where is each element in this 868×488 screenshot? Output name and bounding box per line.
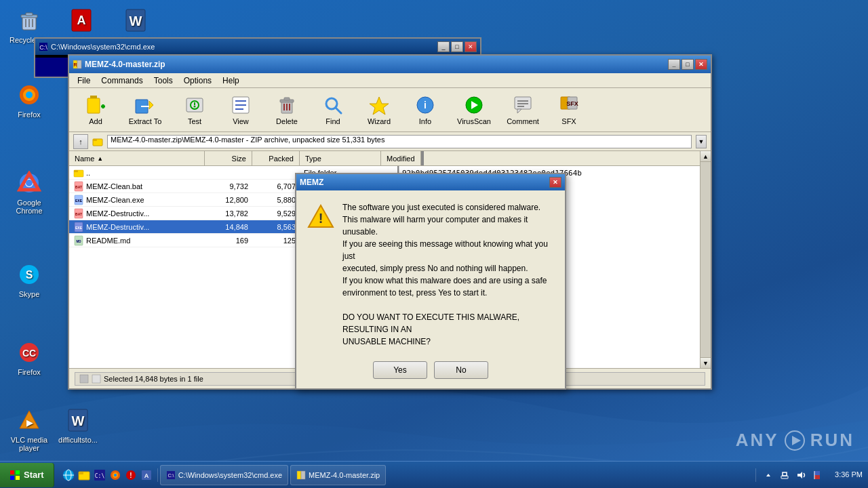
quicklaunch-cmd[interactable]: C:\ [93,468,106,482]
svg-rect-108 [783,472,787,476]
bat-file-icon2: BAT [73,208,84,219]
memz-dialog: MEMZ ✕ ! The software you just executed … [295,173,566,390]
tray-flag[interactable] [810,468,824,482]
wizard-icon [367,94,391,116]
nav-up-button[interactable]: ↑ [73,134,88,149]
toolbar-find-label: Find [326,117,340,125]
svg-rect-111 [814,471,820,475]
anyrun-watermark: ANY RUN [736,430,854,451]
svg-text:SFX: SFX [566,100,578,107]
taskbar-cmd-label: C:\Windows\system32\cmd.exe [178,471,282,479]
quicklaunch-app[interactable]: A [140,468,153,482]
taskbar-clock[interactable]: 3:36 PM [829,470,868,480]
sfx-icon: SFX [557,94,581,116]
quicklaunch-ie[interactable] [62,468,75,482]
memz-titlebar[interactable]: MEMZ ✕ [296,174,565,190]
toolbar-find-button[interactable]: Find [312,91,354,129]
taskbar-item-winrar[interactable]: MEMZ-4.0-master.zip [290,465,386,485]
svg-marker-34 [149,101,153,109]
start-button[interactable]: Start [0,463,54,487]
svg-text:C:\: C:\ [94,473,104,479]
desktop-icon-ccleaner[interactable]: CC Firefox [5,339,53,376]
svg-rect-57 [515,97,531,109]
scroll-up-button[interactable]: ▲ [701,151,711,162]
toolbar-add-button[interactable]: Add [75,91,117,129]
desktop-icon-vlc[interactable]: ▶ VLC media player [5,407,53,452]
scroll-down-button[interactable]: ▼ [701,357,711,368]
menu-options[interactable]: Options [178,75,217,87]
start-icon [9,470,20,481]
desktop-icon-difficultstone[interactable]: W difficultsto... [54,407,102,444]
toolbar-delete-label: Delete [276,117,298,125]
tray-volume[interactable] [794,468,808,482]
desktop-icon-label: Google Chrome [5,199,53,215]
quicklaunch-security[interactable]: ! [124,468,138,482]
add-icon [83,94,108,116]
svg-text:W: W [130,14,142,28]
toolbar-extract-button[interactable]: Extract To [121,91,170,129]
toolbar-wizard-button[interactable]: Wizard [358,91,400,129]
toolbar-delete-button[interactable]: Delete [266,91,308,129]
svg-text:!: ! [319,211,323,226]
toolbar-sfx-button[interactable]: SFX SFX [548,91,590,129]
md-file-icon: MD [73,235,84,246]
toolbar-info-button[interactable]: i Info [404,91,446,129]
cmd-maximize-button[interactable]: □ [451,41,463,52]
tray-network[interactable] [778,468,791,482]
winrar-titlebar[interactable]: R MEMZ-4.0-master.zip _ □ ✕ [69,56,711,73]
desktop-icon-label: Skype [19,290,40,298]
desktop-icon-skype[interactable]: S Skype [5,261,53,298]
memz-close-button[interactable]: ✕ [549,177,561,188]
desktop-icon-chrome[interactable]: Google Chrome [5,169,53,215]
anyrun-text2: RUN [810,430,854,451]
svg-text:A: A [144,472,149,479]
memz-message: The software you just executed is consid… [342,201,554,348]
cmd-titlebar[interactable]: C:\ C:\Windows\system32\cmd.exe _ □ ✕ [35,39,480,55]
memz-title-text: MEMZ [300,178,323,187]
menu-tools[interactable]: Tools [149,75,178,87]
menu-commands[interactable]: Commands [96,75,148,87]
memz-yes-button[interactable]: Yes [373,361,427,379]
desktop-icon-firefox[interactable]: Firefox [5,81,53,119]
address-input[interactable]: MEMZ-4.0-master.zip\MEMZ-4.0-master - ZI… [107,135,692,148]
toolbar-virusscan-label: VirusScan [457,117,491,125]
col-type[interactable]: Type [300,151,381,165]
system-tray [755,468,829,482]
quicklaunch-folder[interactable] [77,468,91,482]
winrar-minimize-button[interactable]: _ [668,59,680,70]
taskbar-cmd-icon: C:\ [166,470,176,480]
exe-file-icon2: EXE [73,222,84,232]
address-folder-icon [92,136,103,147]
col-modified[interactable]: Modified [381,151,421,165]
col-packed[interactable]: Packed [252,151,300,165]
address-dropdown-button[interactable]: ▼ [696,135,707,148]
svg-text:R: R [73,62,77,67]
toolbar-comment-button[interactable]: Comment [502,91,544,129]
tray-arrow[interactable] [762,468,775,482]
toolbar-extract-label: Extract To [129,117,162,125]
memz-no-button[interactable]: No [434,361,488,379]
svg-rect-68 [74,170,78,172]
view-icon [229,94,253,116]
toolbar-virusscan-button[interactable]: VirusScan [450,91,498,129]
svg-text:EXE: EXE [75,226,83,230]
col-size[interactable]: Size [205,151,252,165]
cmd-minimize-button[interactable]: _ [437,41,450,52]
vertical-scrollbar[interactable]: ▲ ▼ [700,151,711,368]
menu-help[interactable]: Help [217,75,245,87]
toolbar-test-button[interactable]: Test [174,91,216,129]
col-name[interactable]: Name ▲ [69,151,205,165]
svg-point-12 [26,92,33,98]
svg-marker-52 [370,97,389,115]
winrar-close-button[interactable]: ✕ [695,59,707,70]
toolbar-view-button[interactable]: View [220,91,262,129]
winrar-toolbar: Add Extract To [69,88,711,132]
winrar-title-icon: R [73,60,82,69]
cmd-close-button[interactable]: ✕ [465,41,477,52]
toolbar-comment-label: Comment [507,117,539,125]
svg-point-39 [194,106,196,108]
menu-file[interactable]: File [72,75,96,87]
winrar-restore-button[interactable]: □ [682,59,694,70]
quicklaunch-firefox[interactable] [108,468,122,482]
taskbar-item-cmd[interactable]: C:\ C:\Windows\system32\cmd.exe [160,465,288,485]
